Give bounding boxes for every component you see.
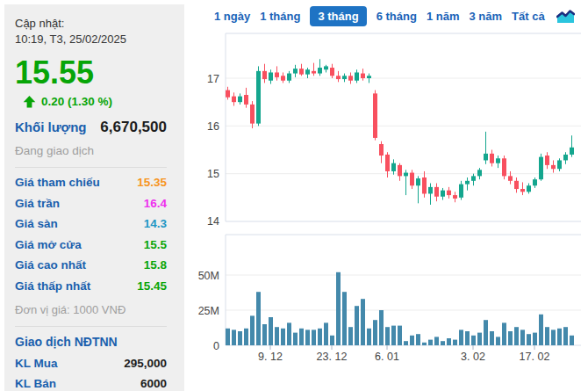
candle-body: [416, 178, 420, 185]
candle-body: [465, 181, 470, 185]
candle-body: [545, 156, 549, 165]
candle-body: [527, 185, 531, 192]
stat-label: Giá mở cửa: [15, 238, 82, 251]
last-updated: Cập nhật: 10:19, T3, 25/02/2025: [15, 16, 167, 47]
candle-body: [441, 191, 445, 197]
tab-1-nam[interactable]: 1 năm: [427, 6, 460, 26]
volume-bar: [459, 329, 463, 345]
divider: [15, 167, 167, 168]
price-unit-note: Đơn vị giá: 1000 VNĐ: [15, 303, 167, 316]
volume-bar: [262, 324, 267, 345]
candle-body: [447, 191, 451, 195]
volume-bar: [520, 329, 525, 345]
volume-axis-label: 0: [213, 340, 219, 352]
candle-body: [238, 97, 242, 103]
volume-bar: [477, 333, 482, 345]
price-axis-label: 14: [207, 215, 219, 228]
volume-bar: [330, 336, 334, 345]
volume-bar: [232, 329, 236, 345]
foreign-sell-value: 6000: [140, 377, 167, 390]
candle-body: [508, 176, 513, 180]
candle-body: [453, 195, 457, 199]
volume-bar: [434, 337, 439, 345]
candle-body: [312, 71, 316, 74]
foreign-buy-row: KL Mua 295,000: [15, 357, 167, 370]
quote-panel: Cập nhật: 10:19, T3, 25/02/2025 15.55 0.…: [4, 4, 184, 391]
volume-bar: [563, 327, 568, 345]
candle-body: [232, 97, 236, 103]
stat-value: 15.5: [144, 238, 167, 251]
candle-body: [502, 158, 506, 176]
tab-6-thang[interactable]: 6 tháng: [376, 6, 417, 26]
tab-3-nam[interactable]: 3 năm: [469, 6, 502, 26]
volume-bar: [570, 336, 574, 345]
tab-3-thang[interactable]: 3 tháng: [310, 6, 366, 26]
volume-bar: [398, 326, 402, 345]
volume-bar: [367, 329, 371, 345]
candle-body: [496, 158, 500, 163]
tab-1-thang[interactable]: 1 tháng: [260, 6, 300, 26]
candle-body: [305, 69, 310, 74]
volume-bar: [447, 338, 451, 345]
volume-bar: [250, 315, 255, 345]
candle-body: [514, 181, 519, 189]
volume-bar: [490, 331, 494, 345]
volume-bar: [539, 315, 543, 345]
volume-bar: [545, 327, 549, 345]
candle-body: [434, 187, 439, 197]
volume-bar: [391, 326, 396, 345]
candle-body: [385, 155, 390, 171]
volume-axis-label: 25M: [198, 305, 219, 317]
candle-body: [520, 189, 525, 192]
volume-bar: [508, 331, 513, 345]
volume-bar: [416, 334, 420, 345]
candle-body: [281, 76, 285, 80]
price-change-row: 0.20 (1.30 %): [23, 95, 167, 108]
stat-label: Giá thấp nhất: [15, 279, 90, 293]
candle-body: [342, 76, 347, 79]
candle-body: [471, 176, 476, 180]
volume-label: Khối lượng: [15, 119, 87, 134]
tab-1-ngay[interactable]: 1 ngày: [214, 6, 250, 26]
x-axis-label: 17. 02: [520, 351, 550, 363]
candle-body: [336, 76, 341, 79]
price-volume-chart[interactable]: 1716151450M25M09. 1223. 126. 013. 0217. …: [184, 0, 588, 391]
volume-bar: [275, 327, 279, 345]
candle-body: [318, 68, 322, 74]
candle-body: [361, 74, 365, 78]
stat-value: 16.4: [144, 197, 167, 210]
stat-row-ceiling: Giá trần 16.4: [15, 197, 167, 210]
candle-body: [348, 76, 353, 80]
candle-body: [275, 72, 279, 76]
candle-body: [410, 173, 414, 186]
volume-bar: [551, 329, 556, 345]
foreign-buy-label: KL Mua: [15, 357, 58, 370]
volume-bar: [428, 340, 433, 345]
stat-label: Giá tham chiếu: [15, 176, 100, 189]
volume-bar: [533, 333, 537, 345]
volume-bar: [336, 272, 341, 345]
volume-bar: [379, 310, 384, 345]
x-axis-label: 23. 12: [317, 351, 348, 363]
candle-body: [428, 187, 433, 194]
volume-axis-label: 50M: [198, 270, 219, 282]
candle-body: [398, 165, 402, 176]
tab-tat-ca[interactable]: Tất cả: [512, 6, 545, 26]
stat-value: 14.3: [144, 217, 167, 230]
stat-label: Giá sàn: [15, 217, 58, 230]
trading-status: Đang giao dịch: [15, 144, 167, 157]
foreign-trading-header: Giao dịch NĐTNN: [15, 335, 167, 349]
candle-body: [299, 69, 304, 75]
x-axis-label: 6. 01: [375, 351, 399, 363]
chart-style-icon[interactable]: [556, 9, 575, 24]
volume-bar: [293, 333, 298, 345]
candle-body: [379, 144, 384, 156]
candle-body: [287, 74, 291, 81]
candle-body: [551, 165, 556, 169]
candle-body: [557, 160, 562, 169]
price-change-value: 0.20 (1.30 %): [41, 95, 112, 108]
volume-bar: [404, 341, 408, 345]
candle-body: [355, 72, 359, 80]
foreign-sell-label: KL Bán: [15, 377, 56, 390]
arrow-up-icon: [23, 96, 36, 108]
